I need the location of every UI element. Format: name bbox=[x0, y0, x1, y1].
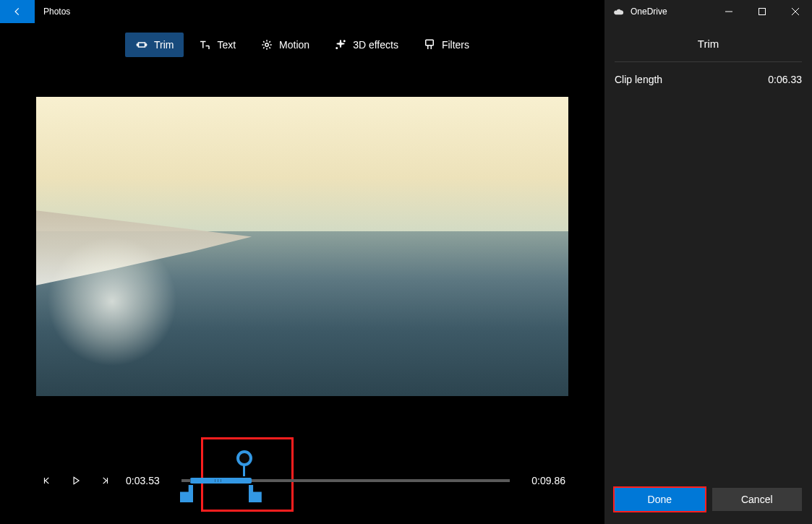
svg-point-2 bbox=[344, 40, 346, 42]
playback-controls: 0:03.53 0:09.86 bbox=[0, 437, 604, 524]
app-title: Photos bbox=[43, 7, 70, 17]
sparkle-icon bbox=[334, 38, 347, 51]
video-preview-area bbox=[0, 66, 604, 437]
svg-rect-4 bbox=[426, 40, 434, 46]
tool-3d-label: 3D effects bbox=[353, 39, 398, 51]
maximize-button[interactable] bbox=[745, 0, 779, 23]
play-button[interactable] bbox=[68, 473, 84, 489]
tool-3d-effects[interactable]: 3D effects bbox=[324, 33, 409, 57]
minimize-button[interactable] bbox=[712, 0, 745, 23]
text-icon bbox=[198, 38, 211, 51]
tool-trim-label: Trim bbox=[154, 39, 174, 51]
trim-selection[interactable] bbox=[181, 469, 260, 492]
svg-rect-5 bbox=[759, 9, 766, 15]
svg-point-3 bbox=[336, 48, 338, 49]
tool-text-label: Text bbox=[217, 39, 236, 51]
trim-icon bbox=[135, 38, 148, 51]
side-panel-footer: Done Cancel bbox=[604, 479, 812, 524]
tool-filters-label: Filters bbox=[442, 39, 469, 51]
tool-text[interactable]: Text bbox=[188, 33, 246, 57]
tool-motion-label: Motion bbox=[279, 39, 309, 51]
clip-length-value: 0:06.33 bbox=[768, 74, 802, 85]
end-time-label: 0:09.86 bbox=[531, 475, 565, 486]
title-bar: Photos bbox=[0, 0, 604, 23]
clip-length-row: Clip length 0:06.33 bbox=[604, 62, 812, 97]
svg-point-1 bbox=[265, 43, 269, 47]
playhead[interactable] bbox=[236, 450, 252, 466]
prev-frame-button[interactable] bbox=[39, 473, 55, 489]
tool-motion[interactable]: Motion bbox=[250, 33, 320, 57]
tool-trim[interactable]: Trim bbox=[125, 33, 184, 57]
filters-icon bbox=[423, 38, 436, 51]
next-frame-button[interactable] bbox=[97, 473, 113, 489]
tool-filters[interactable]: Filters bbox=[413, 33, 479, 57]
done-button[interactable]: Done bbox=[615, 488, 705, 511]
trim-timeline[interactable] bbox=[181, 479, 510, 482]
motion-icon bbox=[260, 38, 273, 51]
side-panel-titlebar: OneDrive bbox=[604, 0, 812, 23]
clip-length-label: Clip length bbox=[615, 74, 662, 85]
cloud-icon bbox=[613, 7, 625, 16]
trim-handle-start[interactable] bbox=[180, 485, 193, 502]
edit-toolbar: Trim Text Motion 3D effects bbox=[0, 23, 604, 66]
video-preview[interactable] bbox=[36, 97, 568, 396]
side-panel-app-name: OneDrive bbox=[631, 7, 667, 17]
trim-handle-end[interactable] bbox=[249, 485, 262, 502]
back-button[interactable] bbox=[0, 0, 35, 23]
side-panel-title: Trim bbox=[615, 38, 802, 62]
cancel-button[interactable]: Cancel bbox=[712, 488, 803, 511]
svg-rect-0 bbox=[138, 43, 145, 47]
close-button[interactable] bbox=[779, 0, 812, 23]
start-time-label: 0:03.53 bbox=[126, 475, 160, 486]
